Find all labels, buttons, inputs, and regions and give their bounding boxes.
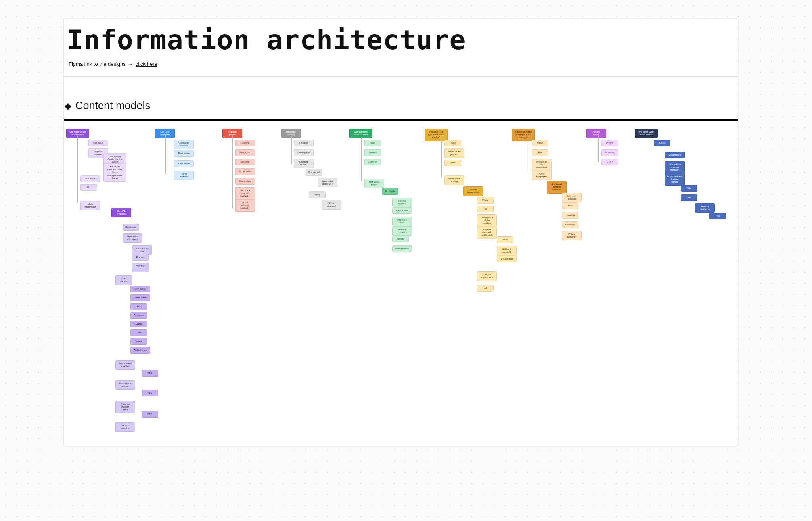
- node-c8-2[interactable]: Secondary: [601, 149, 618, 156]
- node-c9-5[interactable]: Title: [681, 185, 697, 192]
- node-c8-root[interactable]: Accent colour: [586, 129, 606, 138]
- node-c9-root[interactable]: We 'can't' want aren't screen: [635, 129, 658, 138]
- node-c7-oroot[interactable]: Additional content sections: [547, 181, 567, 194]
- node-c7-o1[interactable]: Name of account: [562, 193, 582, 202]
- node-c4-s3a[interactable]: *if not decided: [322, 200, 341, 210]
- node-c9-7[interactable]: Area of limitation: [695, 203, 715, 213]
- node-c6-m3[interactable]: Description of the product: [477, 214, 497, 227]
- node-c2-2[interactable]: First name: [174, 150, 194, 157]
- node-c1-root[interactable]: Our information architecture: [66, 129, 89, 138]
- node-c2-root[interactable]: Our user summary: [155, 129, 175, 138]
- node-c9-3[interactable]: Information process (header): [665, 161, 685, 174]
- node-c7-o5[interactable]: CTA of content >: [562, 231, 582, 240]
- node-c5-gsub[interactable]: IA: Guide: [382, 188, 398, 195]
- node-c2-1[interactable]: Customer number: [174, 140, 194, 149]
- node-c4-s2[interactable]: Information center IA >: [318, 178, 337, 187]
- node-c1-w3[interactable]: Form as indexer move: [115, 401, 135, 413]
- node-c1-w2[interactable]: Illustrations and co.: [115, 380, 135, 390]
- node-c1-p1[interactable]: Document: [123, 224, 139, 231]
- node-c5-g4[interactable]: Settle at currency: [392, 226, 412, 236]
- node-c3-3[interactable]: Duration: [235, 159, 255, 165]
- node-c9-6[interactable]: Title: [681, 194, 697, 201]
- node-c1-p5[interactable]: Member id: [132, 263, 149, 272]
- node-c5-3[interactable]: Currently: [364, 159, 381, 165]
- node-c7-o4[interactable]: Message: [562, 221, 578, 228]
- node-c7-4[interactable]: Artist biography: [532, 171, 552, 180]
- node-c1-w4[interactable]: Second warning: [115, 422, 135, 432]
- node-c6-mm2[interactable]: Hidden if size is 0: [497, 246, 517, 256]
- node-c1-details-root[interactable]: Our details: [115, 275, 132, 285]
- node-c4-s1[interactable]: Full set ad: [306, 169, 322, 176]
- node-c3-4[interactable]: TLDR fields: [235, 168, 255, 175]
- node-c5-1[interactable]: Icon: [364, 140, 381, 146]
- node-c1-w3a[interactable]: TBD: [142, 411, 158, 418]
- node-c2-4[interactable]: Home address: [174, 171, 194, 180]
- node-c3-7[interactable]: TLDR account method >: [235, 199, 255, 212]
- node-c7-root[interactable]: Artifact template (example CMS content): [512, 129, 535, 141]
- node-c4-3[interactable]: Structure review: [294, 159, 314, 168]
- node-c8-1[interactable]: Priority: [601, 140, 618, 146]
- node-c3-5[interactable]: Demo view: [235, 178, 255, 185]
- node-c6-1[interactable]: Photo: [444, 140, 461, 146]
- node-c1-d2[interactable]: Lorem etiam: [130, 294, 150, 301]
- node-c7-o3[interactable]: Heading: [562, 212, 578, 219]
- node-c5-2[interactable]: Amount: [364, 149, 381, 156]
- node-c1-d3[interactable]: IA3: [130, 303, 147, 310]
- figma-link[interactable]: click here: [136, 61, 157, 67]
- node-c9-2[interactable]: Description: [665, 152, 685, 158]
- node-c7-o2[interactable]: Icon: [562, 202, 578, 209]
- node-c6-mm3[interactable]: Details flag: [497, 256, 517, 262]
- node-c4-root[interactable]: Message screen: [281, 129, 301, 138]
- node-c1-type-b[interactable]: For IAM5 spec(fits uses. More descriptio…: [103, 163, 126, 182]
- node-c1-w2a[interactable]: TBD: [142, 390, 158, 396]
- node-c1-process-root[interactable]: Our IA1 Process: [111, 208, 131, 217]
- node-c7-3[interactable]: Product in the thumbnail: [532, 159, 552, 171]
- node-c1-p2[interactable]: Aberdeen-ship specs: [123, 233, 142, 243]
- node-c6-mroot[interactable]: Labels information: [463, 186, 483, 196]
- node-c1-d8[interactable]: White versus: [130, 347, 150, 354]
- node-c1-more[interactable]: More information: [80, 201, 100, 210]
- node-c6-mlabel[interactable]: Information tooltip: [444, 175, 464, 185]
- node-c6-2[interactable]: Name of the product: [444, 148, 464, 158]
- node-c5-g2[interactable]: Interior form: [392, 207, 412, 214]
- node-c1-d1[interactable]: Our model: [130, 286, 150, 292]
- node-c7-2[interactable]: Title: [532, 149, 548, 156]
- node-c1-w1a[interactable]: TBD: [142, 370, 158, 377]
- node-c5-groot-label[interactable]: Mini video player: [364, 179, 384, 188]
- node-c1-w1[interactable]: App content enabled: [115, 360, 135, 370]
- node-c4-s3[interactable]: String: [309, 191, 326, 198]
- node-c4-1[interactable]: Heading: [294, 140, 314, 146]
- node-c1-d7[interactable]: Teams: [130, 338, 147, 345]
- node-c6-root[interactable]: Product item (grouped when paging): [425, 129, 448, 141]
- node-c2-3[interactable]: Last name: [174, 160, 194, 167]
- node-c1-d4[interactable]: Attributes: [130, 312, 147, 319]
- node-c9-8[interactable]: Title: [709, 213, 726, 219]
- node-c1-model[interactable]: Our model: [80, 175, 100, 182]
- node-c1-goals[interactable]: Our goals: [88, 140, 108, 146]
- node-c6-cta1[interactable]: IA4: [477, 285, 494, 292]
- node-c8-3[interactable]: CTA >: [601, 159, 618, 165]
- node-c1-p4[interactable]: Primary: [132, 254, 149, 261]
- node-c9-1[interactable]: Status: [654, 140, 670, 146]
- node-c5-root[interactable]: Components short cut lines: [349, 129, 372, 138]
- node-c6-3[interactable]: Price: [444, 160, 461, 166]
- node-c7-1[interactable]: Video: [532, 140, 548, 146]
- node-c5-g1[interactable]: Income capture: [392, 198, 412, 207]
- node-c1-ia1[interactable]: IA1: [80, 184, 97, 191]
- node-c5-g5[interactable]: Activity: [392, 236, 409, 242]
- node-c3-1[interactable]: Heading: [235, 140, 255, 146]
- node-c3-6[interactable]: IA4: link + pseudo method >: [235, 187, 255, 200]
- node-c5-g6[interactable]: Vote a month: [392, 245, 412, 252]
- node-c6-mm1[interactable]: Allow: [497, 236, 513, 243]
- node-c6-m2[interactable]: Title: [477, 206, 494, 212]
- node-c1-d5[interactable]: Digital: [130, 321, 147, 327]
- node-c3-2[interactable]: Description: [235, 149, 255, 156]
- node-c5-g3[interactable]: Payment method: [392, 217, 412, 226]
- node-c4-2[interactable]: Description: [294, 149, 314, 156]
- node-c6-cta[interactable]: CTA on showcase >: [477, 271, 497, 281]
- node-c1-p3[interactable]: Membership type: [132, 245, 152, 255]
- node-c9-4[interactable]: Advertisement & show variate: [665, 173, 685, 186]
- node-c6-m4[interactable]: Product carousel: unfill visible: [477, 226, 497, 239]
- node-c1-d6[interactable]: Code: [130, 329, 147, 336]
- node-c6-m1[interactable]: Photo: [477, 197, 494, 204]
